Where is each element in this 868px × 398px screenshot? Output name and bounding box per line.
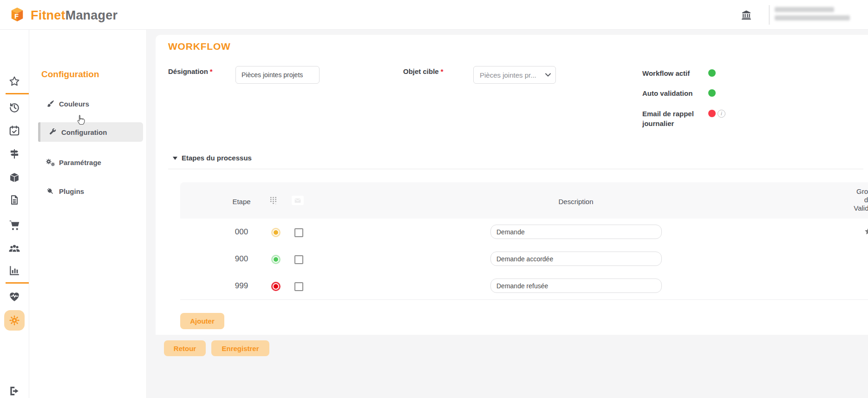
enregistrer-button[interactable]: Enregistrer bbox=[211, 340, 269, 356]
status-row-auto-validation: Auto validation bbox=[642, 88, 749, 98]
steps-table-header: Etape Description Groupe de Valideurs bbox=[180, 182, 868, 219]
section-divider bbox=[168, 169, 863, 169]
step-row: 000 bbox=[180, 219, 868, 246]
designation-input[interactable] bbox=[235, 66, 320, 84]
auto-validation-toggle[interactable] bbox=[708, 89, 716, 97]
svg-text:F: F bbox=[14, 13, 19, 20]
email-column-icon bbox=[292, 196, 304, 205]
status-row-email-rappel: Email de rappel journalier i bbox=[642, 109, 749, 128]
plug-icon bbox=[44, 187, 56, 196]
required-asterisk: * bbox=[210, 67, 213, 75]
sidebar-item-label: Plugins bbox=[59, 187, 84, 195]
etape-number: 999 bbox=[225, 272, 258, 299]
validators-star-icon[interactable] bbox=[862, 227, 868, 238]
drag-grid-icon bbox=[269, 196, 277, 206]
workflow-actif-toggle[interactable] bbox=[708, 69, 716, 77]
document-icon[interactable] bbox=[0, 194, 29, 206]
etape-number: 900 bbox=[225, 245, 258, 272]
step-status-dot-yellow bbox=[274, 230, 278, 235]
step-checkbox[interactable] bbox=[294, 228, 303, 237]
required-asterisk: * bbox=[441, 67, 444, 75]
top-bar: F FitnetManager bbox=[0, 0, 868, 30]
rail-divider bbox=[6, 282, 29, 284]
sidebar-item-label: Paramétrage bbox=[59, 159, 101, 166]
users-icon[interactable] bbox=[0, 242, 29, 255]
cogs-icon bbox=[44, 158, 56, 167]
etape-number: 000 bbox=[225, 219, 258, 245]
info-icon[interactable]: i bbox=[718, 110, 725, 118]
status-label: Auto validation bbox=[642, 88, 704, 98]
app-logo[interactable]: F FitnetManager bbox=[7, 5, 117, 26]
sidebar-item-couleurs[interactable]: Couleurs bbox=[38, 94, 143, 113]
bank-icon[interactable] bbox=[741, 9, 752, 22]
sidebar-item-configuration[interactable]: Configuration bbox=[38, 122, 143, 142]
paintbrush-icon bbox=[44, 100, 56, 108]
configuration-submenu: Configuration Couleurs Configuration bbox=[29, 29, 147, 398]
mouse-cursor-hand bbox=[74, 113, 87, 129]
bar-chart-icon[interactable] bbox=[0, 265, 29, 277]
objet-cible-select[interactable]: Pièces jointes pr... bbox=[473, 66, 556, 84]
col-etape-header: Etape bbox=[225, 198, 258, 206]
sidebar-item-plugins[interactable]: Plugins bbox=[38, 181, 143, 201]
rail-divider bbox=[6, 93, 29, 94]
status-label: Workflow actif bbox=[642, 68, 704, 78]
step-status-dot-green bbox=[274, 257, 278, 262]
cube-icon[interactable] bbox=[0, 172, 29, 184]
chevron-down-icon bbox=[545, 73, 551, 77]
sidebar-item-parametrage[interactable]: Paramétrage bbox=[38, 153, 143, 172]
step-checkbox[interactable] bbox=[294, 255, 303, 264]
signpost-icon[interactable] bbox=[0, 148, 29, 160]
col-groupe-valideurs-header: Groupe de Valideurs bbox=[852, 187, 868, 212]
step-checkbox[interactable] bbox=[294, 282, 303, 291]
logout-icon[interactable] bbox=[0, 385, 29, 397]
heartbeat-icon[interactable] bbox=[0, 291, 29, 303]
history-icon[interactable] bbox=[0, 101, 29, 113]
section-etapes-toggle[interactable]: Etapes du processus bbox=[173, 154, 252, 162]
logo-wordmark: FitnetManager bbox=[31, 8, 117, 23]
email-rappel-toggle[interactable] bbox=[708, 110, 716, 117]
designation-label: Désignation* bbox=[168, 67, 213, 75]
ajouter-button[interactable]: Ajouter bbox=[180, 313, 224, 329]
favorites-star-icon[interactable] bbox=[0, 75, 29, 87]
description-input[interactable] bbox=[490, 279, 662, 293]
app-window: F FitnetManager bbox=[0, 0, 868, 398]
status-label: Email de rappel journalier bbox=[642, 109, 704, 128]
user-menu[interactable] bbox=[775, 7, 850, 24]
step-row: 999 bbox=[180, 272, 868, 300]
workflow-panel: WORKFLOW Désignation* Objet cible* Pièce… bbox=[156, 35, 868, 335]
status-row-workflow-actif: Workflow actif bbox=[642, 68, 749, 78]
page-title: WORKFLOW bbox=[168, 41, 231, 52]
retour-button[interactable]: Retour bbox=[164, 340, 206, 356]
cart-icon[interactable] bbox=[0, 219, 29, 231]
select-value: Pièces jointes pr... bbox=[480, 71, 536, 79]
objet-cible-label: Objet cible* bbox=[403, 67, 444, 75]
section-title: Etapes du processus bbox=[182, 154, 252, 162]
collapse-triangle-icon bbox=[173, 157, 177, 160]
step-row: 900 bbox=[180, 245, 868, 273]
sidebar-item-label: Configuration bbox=[61, 128, 107, 136]
user-role-blurred bbox=[775, 15, 850, 20]
description-input[interactable] bbox=[490, 252, 662, 266]
wrench-icon bbox=[46, 128, 59, 136]
col-description-header: Description bbox=[529, 198, 622, 206]
calendar-check-icon[interactable] bbox=[0, 125, 29, 137]
icon-sidebar: » bbox=[0, 29, 29, 398]
description-input[interactable] bbox=[490, 225, 662, 239]
submenu-title: Configuration bbox=[41, 69, 99, 80]
sidebar-item-label: Couleurs bbox=[59, 100, 89, 108]
logo-cube-icon: F bbox=[7, 5, 27, 26]
step-status-dot-red bbox=[274, 284, 278, 289]
settings-gear-icon[interactable] bbox=[4, 310, 25, 331]
topbar-divider bbox=[769, 5, 770, 25]
user-name-blurred bbox=[775, 7, 834, 12]
